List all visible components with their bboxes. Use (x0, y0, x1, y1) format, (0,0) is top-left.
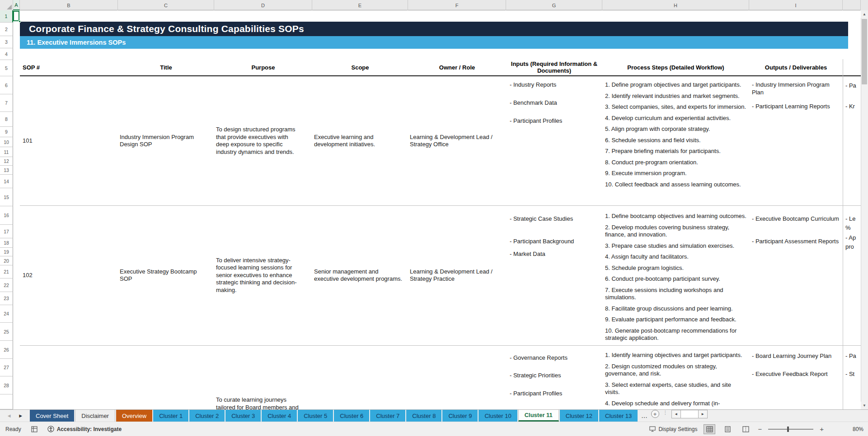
column-header-H[interactable]: H (602, 0, 749, 10)
cell-sop-number[interactable]: 102 (23, 205, 95, 345)
sheet-tab-cluster-6[interactable]: Cluster 6 (334, 410, 369, 422)
row-header-4[interactable]: 4 (0, 48, 13, 60)
sheet-tab-cluster-3[interactable]: Cluster 3 (225, 410, 261, 422)
table-header-1[interactable]: SOP # (23, 59, 90, 75)
table-header-2[interactable]: Title (118, 59, 214, 75)
sheet-tab-cluster-8[interactable]: Cluster 8 (406, 410, 441, 422)
column-header-C[interactable]: C (118, 0, 214, 10)
process-step: 3. Prepare case studies and simulation e… (605, 242, 746, 250)
table-header-8[interactable]: Outputs / Deliverables (749, 59, 843, 75)
vertical-scroll-thumb[interactable] (862, 19, 867, 84)
column-header-I[interactable]: I (749, 0, 843, 10)
output-item: - Executive Feedback Report (752, 371, 842, 378)
cell-title[interactable]: Executive Strategy Bootcamp SOP (120, 205, 208, 345)
zoom-slider-thumb[interactable] (787, 427, 789, 432)
sheet-title-band: Corporate Finance & Strategy Consulting … (20, 22, 848, 36)
cell-owner-role[interactable]: Learning & Development Lead / Strategy O… (410, 76, 500, 205)
column-header-D[interactable]: D (214, 0, 312, 10)
hscroll-left-icon[interactable]: ◄ (672, 410, 680, 418)
display-settings-button[interactable]: Display Settings (649, 426, 697, 432)
input-item: - Participant Background (510, 238, 591, 246)
sheet-tab-disclaimer[interactable]: Disclaimer (75, 410, 115, 422)
column-header-G[interactable]: G (506, 0, 602, 10)
row-header-5[interactable]: 5 (0, 60, 13, 76)
add-sheet-button[interactable]: + (651, 410, 659, 418)
sheet-tab-cluster-10[interactable]: Cluster 10 (479, 410, 517, 422)
row-header-3[interactable]: 3 (0, 36, 13, 48)
cell-process-steps[interactable]: 1. Define program objectives and target … (605, 81, 746, 192)
cell-process-steps[interactable]: 1. Identify learning objectives and targ… (605, 352, 746, 411)
cell-inputs[interactable]: - Governance Reports- Strategic Prioriti… (510, 345, 591, 409)
column-header-B[interactable]: B (20, 0, 118, 10)
cell-title[interactable]: Industry Immersion Program Design SOP (120, 76, 208, 205)
cell-sop-number[interactable]: 101 (23, 76, 95, 205)
page-layout-view-button[interactable] (722, 424, 733, 434)
fill-handle[interactable] (19, 20, 21, 23)
process-step: 4. Develop curriculum and experiential a… (605, 115, 746, 122)
process-step: 1. Identify learning objectives and targ… (605, 352, 746, 359)
normal-view-button[interactable] (704, 424, 715, 434)
macro-record-icon[interactable] (31, 426, 38, 432)
tab-overflow[interactable]: ... (641, 410, 647, 422)
table-header-7[interactable]: Process Steps (Detailed Workflow) (602, 59, 749, 75)
sheet-tab-cluster-1[interactable]: Cluster 1 (153, 410, 188, 422)
page-break-view-button[interactable] (740, 424, 751, 434)
row-header-1[interactable]: 1 (0, 10, 13, 23)
cell-outputs[interactable]: - Industry Immersion Program Plan- Parti… (752, 76, 842, 205)
cell-outputs[interactable]: - Executive Bootcamp Curriculum- Partici… (752, 205, 842, 345)
cell-outputs[interactable]: - Board Learning Journey Plan- Executive… (752, 345, 842, 409)
select-all-corner[interactable] (0, 0, 13, 10)
cell-inputs[interactable]: - Strategic Case Studies- Participant Ba… (510, 205, 591, 345)
sheet-tab-cluster-9[interactable]: Cluster 9 (442, 410, 478, 422)
sheet-tab-cluster-5[interactable]: Cluster 5 (298, 410, 333, 422)
process-step: 2. Design customized modules on strategy… (605, 363, 746, 378)
sheet-tab-cluster-7[interactable]: Cluster 7 (370, 410, 405, 422)
process-step: 6. Schedule sessions and field visits. (605, 137, 746, 144)
hscroll-right-icon[interactable]: ► (699, 410, 707, 418)
process-step: 8. Conduct pre-program orientation. (605, 159, 746, 167)
process-step: 7. Execute sessions including workshops … (605, 287, 746, 301)
sheet-tab-cluster-2[interactable]: Cluster 2 (189, 410, 225, 422)
column-header-partial[interactable] (843, 0, 861, 10)
sheet-tab-overview[interactable]: Overview (116, 410, 152, 422)
zoom-level[interactable]: 80% (846, 426, 863, 432)
zoom-out-button[interactable]: − (758, 425, 762, 433)
table-header-4[interactable]: Scope (312, 59, 408, 75)
table-header-5[interactable]: Owner / Role (408, 59, 506, 75)
cell-purpose[interactable]: To design structured programs that provi… (216, 76, 303, 205)
table-header-3[interactable]: Purpose (214, 59, 312, 75)
zoom-slider[interactable] (768, 429, 813, 430)
section-title-band: 11. Executive Immersions SOPs (20, 36, 848, 49)
tab-nav-right-icon[interactable]: ► (18, 413, 23, 418)
display-settings-label: Display Settings (658, 426, 697, 432)
horizontal-scrollbar[interactable]: ◄ ► (671, 410, 708, 418)
process-step: 7. Prepare briefing materials for partic… (605, 148, 746, 155)
tab-nav-left-icon[interactable]: ◄ (7, 413, 12, 418)
accessibility-status[interactable]: Accessibility: Investigate (47, 426, 122, 432)
scroll-up-button[interactable]: ▲ (861, 10, 868, 18)
column-header-F[interactable]: F (408, 0, 506, 10)
sheet-tab-cluster-4[interactable]: Cluster 4 (262, 410, 297, 422)
column-header-A[interactable]: A (13, 0, 20, 10)
horizontal-scroll-thumb[interactable] (680, 410, 699, 418)
cell-scope[interactable]: Senior management and executive developm… (314, 205, 404, 345)
cell-inputs[interactable]: - Industry Reports- Benchmark Data- Part… (510, 76, 591, 205)
sheet-tab-cluster-13[interactable]: Cluster 13 (599, 410, 638, 422)
sheet-tab-cluster-11[interactable]: Cluster 11 (518, 410, 559, 422)
process-step: 8. Facilitate group discussions and peer… (605, 305, 746, 313)
page-layout-view-icon (724, 426, 731, 432)
input-item: - Governance Reports (510, 354, 591, 362)
scroll-down-button[interactable]: ▼ (861, 402, 868, 409)
cell-owner-role[interactable]: Learning & Development Lead / Strategy P… (410, 205, 500, 345)
tabbar-divider-dots-icon: ⋮ (663, 410, 668, 422)
sheet-title: Corporate Finance & Strategy Consulting … (29, 23, 304, 34)
zoom-in-button[interactable]: + (820, 425, 824, 433)
row-header-2[interactable]: 2 (0, 23, 13, 36)
column-header-E[interactable]: E (312, 0, 408, 10)
cell-process-steps[interactable]: 1. Define bootcamp objectives and learni… (605, 213, 746, 346)
sheet-tab-cluster-12[interactable]: Cluster 12 (560, 410, 598, 422)
cell-purpose[interactable]: To deliver intensive strategy-focused le… (216, 205, 303, 345)
sheet-tab-cover-sheet[interactable]: Cover Sheet (30, 410, 74, 422)
table-header-6[interactable]: Inputs (Required Information & Documents… (506, 59, 602, 75)
cell-scope[interactable]: Executive learning and development initi… (314, 76, 404, 205)
